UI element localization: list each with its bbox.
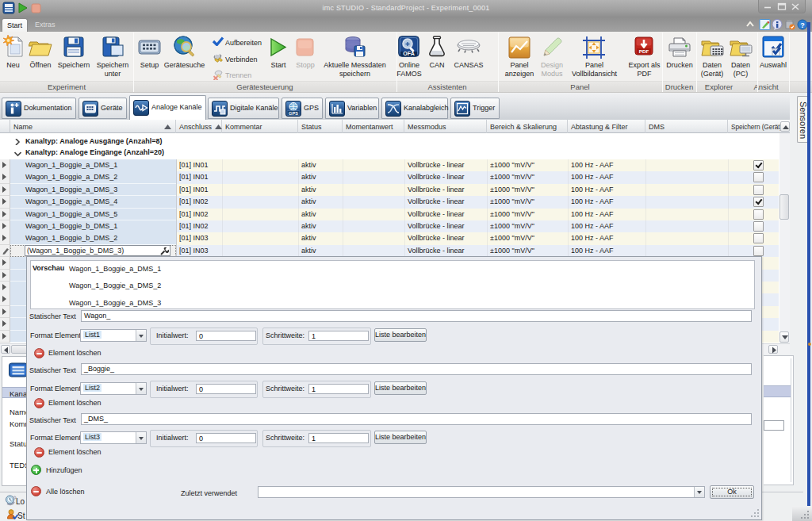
svg-text:?: ? bbox=[800, 21, 805, 29]
svg-text:GPS: GPS bbox=[289, 111, 298, 116]
svg-text:PDF: PDF bbox=[639, 48, 649, 54]
